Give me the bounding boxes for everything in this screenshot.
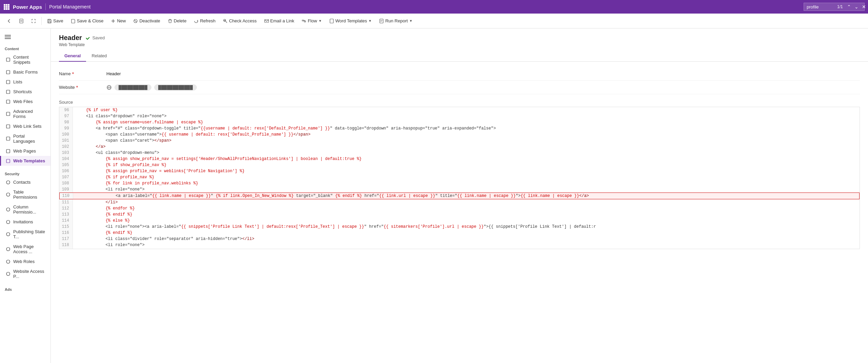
apps-grid-button[interactable] [3,4,9,10]
page-icon-button[interactable] [16,17,27,25]
name-required: * [72,71,74,77]
sidebar-item-web-pages[interactable]: Web Pages [0,146,50,156]
sidebar-item-contacts[interactable]: Contacts [0,177,50,187]
svg-rect-22 [380,19,383,23]
svg-point-39 [6,193,10,196]
line-number-112: 112 [59,205,73,211]
tab-related[interactable]: Related [86,51,112,62]
sidebar-item-shortcuts[interactable]: Shortcuts [0,87,50,97]
sidebar-item-web-page-access[interactable]: Web Page Access ... [0,242,50,257]
code-line-102: 102 </a> [59,144,860,150]
sidebar-content-section: Content SnippetsBasic FormsListsShortcut… [0,52,50,166]
code-line-100: 100 <span class="username">{{ username |… [59,132,860,138]
line-code-109: <li role="none"> [73,186,860,193]
search-close-button[interactable]: ✕ [861,4,867,9]
sidebar: Content Content SnippetsBasic FormsLists… [0,28,51,363]
sidebar-item-web-templates[interactable]: Web Templates [0,156,50,166]
sidebar-item-content-snippets[interactable]: Content Snippets [0,52,50,67]
record-header: Header Saved Web Template [51,28,868,51]
deactivate-button[interactable]: Deactivate [130,17,163,25]
svg-point-38 [6,181,10,184]
line-number-97: 97 [59,113,73,119]
grid-icon [3,4,9,10]
sidebar-item-web-files[interactable]: Web Files [0,97,50,106]
svg-rect-35 [6,137,10,140]
line-number-116: 116 [59,230,73,236]
sidebar-item-column-permissions[interactable]: Column Permissio... [0,202,50,217]
line-number-103: 103 [59,150,73,156]
svg-point-44 [6,260,10,263]
email-icon [264,19,269,23]
new-button[interactable]: New [107,17,129,25]
sidebar-item-advanced-forms[interactable]: Advanced Forms [0,106,50,121]
svg-rect-7 [6,8,7,10]
delete-button[interactable]: Delete [164,17,190,25]
save-button[interactable]: Save [44,17,67,25]
code-line-106: 106 {% assign profile_nav = weblinks['Pr… [59,168,860,174]
save-close-button[interactable]: Save & Close [67,17,107,25]
sidebar-toggle[interactable] [0,32,50,43]
app-name: Power Apps [13,4,42,10]
check-access-button[interactable]: Check Access [220,17,260,25]
line-code-103: <ul class="dropdown-menu"> [73,150,860,156]
sidebar-item-web-link-sets[interactable]: Web Link Sets [0,121,50,131]
search-prev-button[interactable]: ⌃ [846,4,852,9]
svg-rect-6 [4,8,5,10]
code-line-97: 97 <li class="dropdown" role="none"> [59,113,860,119]
flow-icon [302,19,306,23]
line-code-112: {% endfor %} [73,205,860,211]
search-box[interactable]: 1/1 ⌃ ⌄ ✕ [804,3,865,11]
refresh-label: Refresh [200,18,215,23]
line-number-110: 110 [60,193,73,199]
sidebar-item-invitations[interactable]: Invitations [0,217,50,227]
code-line-101: 101 <span class="caret"></span> [59,138,860,144]
svg-rect-3 [4,6,5,8]
sidebar-item-publishing-state[interactable]: Publishing State T... [0,227,50,242]
line-code-98: {% assign username=user.fullname | escap… [73,119,860,125]
line-code-108: {% for link in profile_nav.weblinks %} [73,180,860,186]
sidebar-item-portal-languages[interactable]: Portal Languages [0,131,50,146]
email-link-button[interactable]: Email a Link [261,17,298,25]
svg-rect-1 [6,4,7,6]
run-report-button[interactable]: Run Report ▼ [376,17,416,25]
svg-rect-28 [6,58,10,61]
sidebar-item-web-roles[interactable]: Web Roles [0,257,50,266]
basic-forms-icon [6,70,11,75]
expand-button[interactable] [28,17,39,25]
line-number-106: 106 [59,168,73,174]
website-label: Website * [59,85,106,90]
portal-languages-icon [6,136,11,141]
flow-button[interactable]: Flow ▼ [298,17,325,25]
svg-rect-36 [6,149,10,153]
new-label: New [117,18,126,23]
sidebar-item-basic-forms[interactable]: Basic Forms [0,67,50,77]
line-code-114: {% else %} [73,218,860,224]
word-templates-button[interactable]: Word Templates ▼ [326,17,375,25]
svg-rect-37 [6,159,10,163]
globe-icon [106,85,112,90]
svg-rect-9 [20,19,23,23]
code-editor[interactable]: 96 {% if user %}97 <li class="dropdown" … [59,107,860,249]
table-permissions-icon [6,192,11,197]
line-code-97: <li class="dropdown" role="none"> [73,113,860,119]
sidebar-item-table-permissions[interactable]: Table Permissions [0,187,50,202]
line-number-96: 96 [59,107,73,113]
sidebar-item-website-access[interactable]: Website Access P... [0,266,50,281]
refresh-icon [194,19,199,23]
svg-line-17 [135,20,137,22]
svg-point-45 [6,272,10,276]
tabs-bar: General Related [51,51,868,62]
refresh-button[interactable]: Refresh [190,17,219,25]
line-number-114: 114 [59,218,73,224]
line-code-111: </li> [73,199,860,205]
column-permissions-icon [6,207,11,212]
run-report-caret: ▼ [409,19,413,23]
code-line-104: 104 {% assign show_profile_nav = setting… [59,156,860,162]
back-button[interactable] [3,17,15,25]
search-next-button[interactable]: ⌄ [854,4,859,9]
line-code-107: {% if profile_nav %} [73,174,860,180]
search-input[interactable] [807,4,834,9]
line-number-107: 107 [59,174,73,180]
tab-general[interactable]: General [59,51,86,62]
sidebar-item-lists[interactable]: Lists [0,77,50,87]
